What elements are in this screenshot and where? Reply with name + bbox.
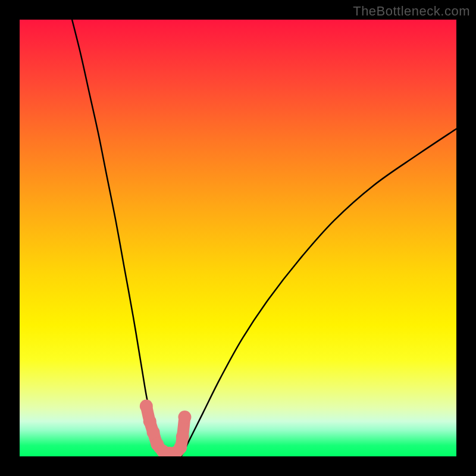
watermark-text: TheBottleneck.com xyxy=(353,4,470,19)
plot-area xyxy=(20,20,456,456)
valley-point xyxy=(140,400,153,413)
chart-frame: TheBottleneck.com xyxy=(0,0,476,476)
valley-point xyxy=(147,426,160,439)
valley-point xyxy=(178,411,191,424)
curve-layer xyxy=(20,20,456,456)
series-right-curve xyxy=(181,129,456,457)
valley-point xyxy=(176,430,189,443)
series-left-curve xyxy=(72,20,164,456)
valley-point xyxy=(174,441,187,454)
